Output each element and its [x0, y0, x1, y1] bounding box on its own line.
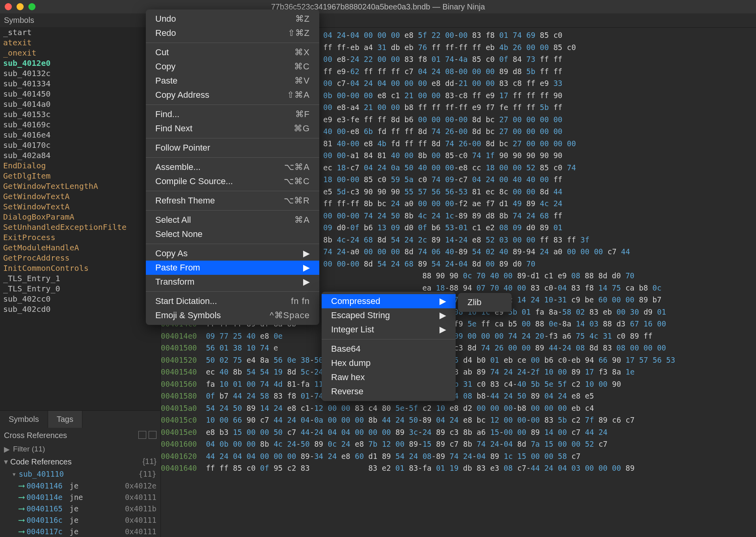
symbol-item[interactable]: _onexit — [0, 48, 160, 58]
menu-item[interactable]: Select All⌘A — [146, 213, 319, 227]
symbol-item[interactable]: SetUnhandledExceptionFilte — [0, 222, 160, 232]
close-window[interactable] — [5, 3, 12, 10]
filter-label: Filter (11) — [13, 445, 45, 454]
xref-line[interactable]: ⟶00401146 je0x4012e — [0, 480, 160, 491]
context-menu[interactable]: Undo⌘ZRedo⇧⌘ZCut⌘XCopy⌘CPaste⌘VCopy Addr… — [146, 9, 319, 325]
compressed-submenu[interactable]: Zlib — [458, 293, 512, 312]
menu-item[interactable]: Refresh Theme⌥⌘R — [146, 194, 319, 208]
menu-item[interactable]: Hex dump — [322, 356, 456, 370]
tab-symbols[interactable]: Symbols — [0, 411, 48, 428]
menu-item[interactable]: Escaped String▶ — [322, 308, 456, 323]
menu-item[interactable]: Compressed▶ — [322, 294, 456, 308]
arrow-icon: ⟶ — [19, 503, 24, 513]
cross-refs-icon-2[interactable] — [149, 431, 156, 439]
window-controls — [5, 3, 35, 10]
xref-line[interactable]: ⟶0040116c je0x40111 — [0, 514, 160, 526]
ref-function[interactable]: ▾sub_401110 {11} — [0, 468, 160, 480]
symbol-item[interactable]: atexit — [0, 37, 160, 48]
symbol-item[interactable]: sub_4016e4 — [0, 130, 160, 140]
symbols-header: Symbols — [0, 13, 160, 27]
cross-refs-title: Cross References — [4, 431, 67, 440]
symbol-item[interactable]: DialogBoxParamA — [0, 212, 160, 222]
menu-item[interactable]: Zlib — [458, 295, 512, 310]
paste-from-submenu[interactable]: Compressed▶Escaped String▶Integer List▶B… — [322, 292, 456, 401]
symbol-item[interactable]: _TLS_Entry_0 — [0, 283, 160, 294]
arrow-icon: ⟶ — [19, 481, 24, 490]
menu-item[interactable]: Copy As▶ — [146, 246, 319, 261]
symbol-item[interactable]: sub_401334 — [0, 78, 160, 89]
symbol-item[interactable]: sub_40169c — [0, 119, 160, 130]
symbol-item[interactable]: sub_401450 — [0, 89, 160, 99]
menu-item[interactable]: Paste⌘V — [146, 74, 319, 88]
symbols-list[interactable]: _startatexit_onexitsub_4012e0sub_40132cs… — [0, 27, 160, 410]
menu-item[interactable]: Raw hex — [322, 370, 456, 384]
minimize-window[interactable] — [17, 3, 24, 10]
arrow-icon: ⟶ — [19, 515, 24, 525]
left-sidebar: Symbols _startatexit_onexitsub_4012e0sub… — [0, 13, 161, 537]
menu-item[interactable]: Transform▶ — [146, 275, 319, 289]
symbol-item[interactable]: sub_40132c — [0, 68, 160, 78]
maximize-window[interactable] — [28, 3, 35, 10]
symbol-item[interactable]: SetWindowTextA — [0, 201, 160, 212]
xref-line[interactable]: ⟶00401165 je0x4011b — [0, 503, 160, 514]
menu-item[interactable]: Compile C Source...⌥⌘C — [146, 174, 319, 188]
menu-item[interactable]: Undo⌘Z — [146, 12, 319, 26]
menu-item[interactable]: Reverse — [322, 384, 456, 399]
menu-item[interactable]: Follow Pointer — [146, 141, 319, 155]
code-refs-header[interactable]: ▾Code References {11} — [0, 455, 160, 468]
sidebar-tabs: Symbols Tags — [0, 410, 160, 428]
arrow-icon: ⟶ — [19, 492, 24, 502]
menu-item[interactable]: Redo⇧⌘Z — [146, 26, 319, 40]
symbol-item[interactable]: sub_402a84 — [0, 150, 160, 160]
menu-item[interactable]: Start Dictation...fn fn — [146, 294, 319, 308]
arrow-icon: ⟶ — [19, 526, 24, 536]
symbol-item[interactable]: _TLS_Entry_1 — [0, 273, 160, 283]
cross-refs-icon-1[interactable] — [138, 431, 146, 439]
menu-item[interactable]: Copy Address⇧⌘A — [146, 88, 319, 102]
xref-line[interactable]: ⟶0040117c je0x40111 — [0, 526, 160, 537]
filter-row[interactable]: ▶ Filter (11) — [0, 443, 160, 455]
symbol-item[interactable]: ExitProcess — [0, 232, 160, 242]
menu-item[interactable]: Assemble...⌥⌘A — [146, 160, 319, 174]
symbol-item[interactable]: sub_402cd0 — [0, 304, 160, 314]
menu-item[interactable]: Emoji & Symbols^⌘Space — [146, 308, 319, 323]
symbol-item[interactable]: GetProcAddress — [0, 253, 160, 263]
menu-item[interactable]: Select None — [146, 227, 319, 241]
symbol-item[interactable]: _start — [0, 27, 160, 37]
menu-item[interactable]: Copy⌘C — [146, 60, 319, 74]
symbol-item[interactable]: InitCommonControls — [0, 263, 160, 273]
symbol-item[interactable]: sub_402cc0 — [0, 294, 160, 304]
symbol-item[interactable]: GetWindowTextA — [0, 191, 160, 201]
menu-item[interactable]: Paste From▶ — [146, 261, 319, 275]
tab-tags[interactable]: Tags — [48, 411, 82, 428]
symbol-item[interactable]: sub_40153c — [0, 109, 160, 119]
menu-item[interactable]: Base64 — [322, 342, 456, 356]
symbol-item[interactable]: GetDlgItem — [0, 171, 160, 181]
symbol-item[interactable]: GetWindowTextLengthA — [0, 181, 160, 191]
xref-line[interactable]: ⟶0040114e jne0x40111 — [0, 491, 160, 503]
titlebar: 77b36c523c341967b8880240a5bee0a3.bndb — … — [0, 0, 756, 13]
menu-item[interactable]: Find Next⌘G — [146, 121, 319, 136]
symbol-item[interactable]: sub_4012e0 — [0, 58, 160, 68]
menu-item[interactable]: Integer List▶ — [322, 323, 456, 337]
menu-item[interactable]: Cut⌘X — [146, 45, 319, 60]
symbol-item[interactable]: GetModuleHandleA — [0, 242, 160, 253]
symbol-item[interactable]: sub_4014a0 — [0, 99, 160, 109]
expand-icon: ▶ — [4, 445, 10, 454]
symbol-item[interactable]: sub_40170c — [0, 140, 160, 150]
menu-item[interactable]: Find...⌘F — [146, 107, 319, 121]
cross-references-panel: Cross References ▶ Filter (11) ▾Code Ref… — [0, 428, 160, 537]
symbol-item[interactable]: EndDialog — [0, 160, 160, 171]
